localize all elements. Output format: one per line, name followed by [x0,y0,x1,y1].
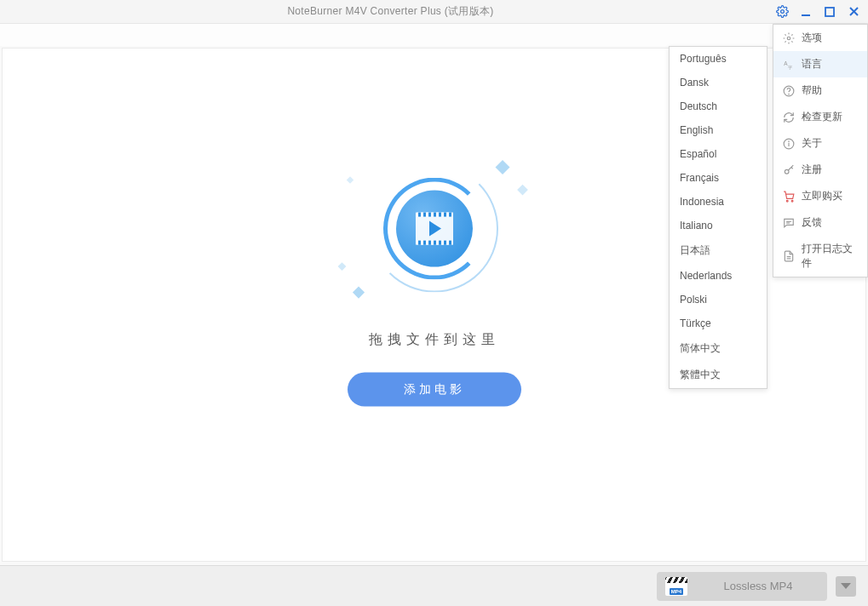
lang-item-italiano[interactable]: Italiano [670,214,767,237]
drop-zone[interactable]: 拖拽文件到这里 添加电影 [348,152,521,407]
lang-item-simplified-chinese[interactable]: 简体中文 [670,335,767,362]
menu-item-open-log[interactable]: 打开日志文件 [773,236,867,277]
svg-point-9 [788,94,789,94]
window-controls [774,4,861,20]
menu-item-options-label: 选项 [802,31,822,45]
close-icon[interactable] [846,4,861,20]
menu-item-feedback-label: 反馈 [802,215,822,230]
settings-menu: 选项 A字 语言 帮助 检查更新 关于 注册 立即购买 [773,24,868,277]
lang-item-japanese[interactable]: 日本語 [670,237,767,264]
lang-item-espanol[interactable]: Español [670,142,767,166]
help-icon [782,84,795,97]
lang-item-polski[interactable]: Polski [670,288,767,312]
lang-item-traditional-chinese[interactable]: 繁體中文 [670,362,767,388]
menu-item-options[interactable]: 选项 [773,25,867,51]
info-icon [782,137,795,150]
footer: MP4 Lossless MP4 [0,565,868,606]
menu-item-about-label: 关于 [802,136,822,151]
svg-point-12 [788,140,789,141]
lang-item-nederlands[interactable]: Nederlands [670,264,767,288]
toolbar: 已 [0,24,868,46]
chat-icon [782,216,795,229]
gear-icon [782,31,795,44]
menu-item-help[interactable]: 帮助 [773,77,867,104]
lang-item-english[interactable]: English [670,118,767,142]
menu-item-feedback[interactable]: 反馈 [773,209,867,236]
menu-item-buy-now-label: 立即购买 [802,189,842,203]
document-icon [782,250,795,263]
svg-text:字: 字 [788,64,792,69]
add-movie-button[interactable]: 添加电影 [348,373,521,407]
menu-item-buy-now[interactable]: 立即购买 [773,183,867,209]
menu-item-help-label: 帮助 [802,83,822,98]
menu-item-register[interactable]: 注册 [773,157,867,183]
film-play-icon [416,213,453,245]
lang-item-indonesia[interactable]: Indonesia [670,190,767,214]
svg-rect-1 [802,14,810,16]
svg-point-13 [785,169,789,174]
language-menu: Português Dansk Deutsch English Español … [669,46,767,389]
maximize-icon[interactable] [822,4,837,20]
menu-item-check-update[interactable]: 检查更新 [773,104,867,130]
refresh-icon [782,111,795,123]
cart-icon [782,190,795,203]
language-icon: A字 [782,58,795,71]
output-format-dropdown-button[interactable] [836,576,856,597]
menu-item-about[interactable]: 关于 [773,130,867,157]
output-format-label: Lossless MP4 [698,580,819,592]
svg-text:A: A [784,60,788,66]
lang-item-francais[interactable]: Français [670,166,767,190]
svg-point-0 [780,10,784,14]
minimize-icon[interactable] [798,4,813,20]
lang-item-deutsch[interactable]: Deutsch [670,94,767,118]
app-title: NoteBurner M4V Converter Plus (试用版本) [7,4,774,19]
menu-item-language-label: 语言 [802,57,822,71]
svg-rect-2 [825,8,834,16]
lang-item-portugues[interactable]: Português [670,47,767,71]
svg-point-14 [786,200,788,202]
key-icon [782,163,795,176]
drop-illustration [358,152,511,306]
settings-icon[interactable] [774,4,790,20]
menu-item-check-update-label: 检查更新 [802,110,842,124]
lang-item-dansk[interactable]: Dansk [670,71,767,94]
menu-item-register-label: 注册 [802,163,822,177]
chevron-down-icon [841,583,851,589]
svg-point-5 [787,37,790,40]
svg-point-15 [791,200,793,202]
lang-item-turkce[interactable]: Türkçe [670,312,767,335]
menu-item-open-log-label: 打开日志文件 [802,242,859,271]
output-format-selector[interactable]: MP4 Lossless MP4 [657,572,827,601]
titlebar: NoteBurner M4V Converter Plus (试用版本) [0,0,868,24]
drop-instruction: 拖拽文件到这里 [369,331,500,349]
menu-item-language[interactable]: A字 语言 [773,51,867,77]
clapperboard-mp4-icon: MP4 [665,577,687,596]
